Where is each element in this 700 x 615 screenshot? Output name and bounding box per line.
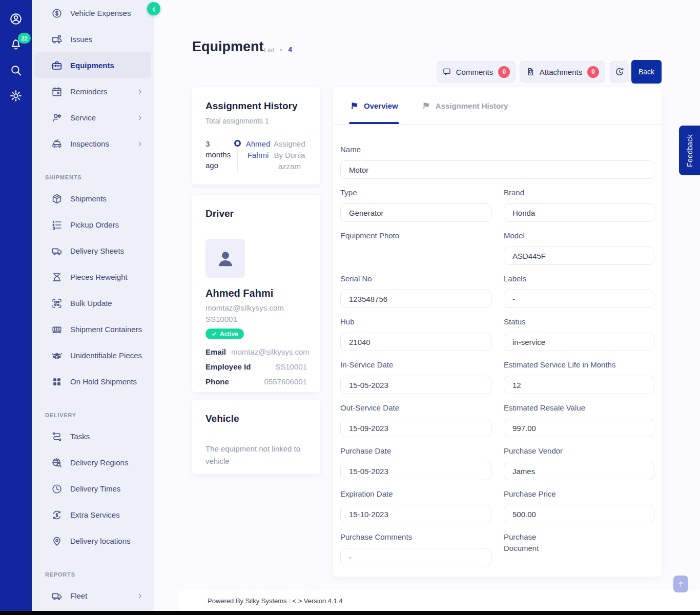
footer-text: Powered By Silky Systems : < > Version 4… xyxy=(208,597,343,605)
refresh-dollar-icon xyxy=(51,509,63,521)
field-serial-no: Serial No123548756 xyxy=(340,273,491,308)
field-value: 15-10-2023 xyxy=(349,510,388,519)
field-value-box[interactable]: - xyxy=(340,548,491,566)
field-value: 15-05-2023 xyxy=(349,381,388,389)
driver-row-label: Email xyxy=(205,347,226,356)
open-box-icon xyxy=(51,350,63,361)
sidebar-item-vehicle-expenses[interactable]: Vehicle Expenses xyxy=(32,0,154,26)
truck-icon xyxy=(51,590,63,602)
field-type: TypeGenerator xyxy=(340,187,491,222)
sidebar-item-equipments[interactable]: Equipments xyxy=(34,52,151,78)
field-value-box[interactable]: Honda xyxy=(504,203,654,222)
sidebar-item-label: Vehicle Expenses xyxy=(70,9,131,17)
field-value-box[interactable]: James xyxy=(504,462,654,480)
scroll-to-top-button[interactable] xyxy=(673,576,688,592)
field-label: In-Service Date xyxy=(340,359,491,371)
driver-name: Ahmed Fahmi xyxy=(205,288,307,299)
field-value-box[interactable]: - xyxy=(504,290,654,308)
app-rail xyxy=(0,0,32,611)
sidebar-item-extra-services[interactable]: Extra Services xyxy=(32,502,154,528)
sidebar-item-issues[interactable]: Issues xyxy=(32,26,154,52)
field-value-box[interactable]: 15-05-2023 xyxy=(340,376,491,394)
driver-row-label: Phone xyxy=(205,377,229,386)
sidebar-item-service[interactable]: Service xyxy=(32,105,154,131)
globe-search-icon xyxy=(51,457,63,468)
field-value-box[interactable]: 123548756 xyxy=(340,290,491,308)
field-value: 997.00 xyxy=(512,424,536,433)
sidebar-item-label: Fleet xyxy=(70,591,87,600)
field-value-box[interactable]: 12 xyxy=(504,376,654,394)
sidebar-item-tasks[interactable]: Tasks xyxy=(32,423,154,449)
sidebar-item-on-hold-shipments[interactable]: On Hold Shipments xyxy=(32,368,154,395)
driver-row-phone: Phone0557606001 xyxy=(205,377,307,386)
sidebar-item-delivery-locations[interactable]: Delivery locations xyxy=(32,528,154,554)
driver-row-email: Emailmomtaz@silkysys.com xyxy=(205,347,307,356)
field-in-service-date: In-Service Date15-05-2023 xyxy=(340,359,491,394)
page-title: Equipment xyxy=(192,39,264,55)
comments-button[interactable]: Comments 0 xyxy=(437,61,516,83)
assignment-history-card: Assignment History Total assignments 1 3… xyxy=(192,87,320,184)
timeline-entry: 3 months agoAhmed FahmiAssigned By Donia… xyxy=(205,138,307,172)
sidebar-item-delivery-times[interactable]: Delivery Times xyxy=(32,476,154,502)
field-value-box[interactable]: 15-05-2023 xyxy=(340,462,491,480)
sidebar-item-shipments[interactable]: Shipments xyxy=(32,186,154,212)
field-label: Model xyxy=(504,230,654,241)
sidebar-item-label: Service xyxy=(70,113,96,122)
field-value: James xyxy=(512,467,535,476)
field-value-box[interactable]: Motor xyxy=(340,160,654,179)
field-equipment-photo: Equipment Photo xyxy=(340,230,491,265)
feedback-label: Feedback xyxy=(686,134,694,167)
field-label: Hub xyxy=(340,316,491,327)
field-value-box[interactable]: 21040 xyxy=(340,333,491,351)
tab-overview[interactable]: Overview xyxy=(350,87,398,124)
field-expiration-date: Expiration Date15-10-2023 xyxy=(340,488,491,523)
field-label: Estimated Resale Value xyxy=(504,402,654,414)
field-label: Purchase Vendor xyxy=(504,445,654,457)
pallet-icon xyxy=(51,376,63,387)
field-value-box[interactable]: 997.00 xyxy=(504,419,654,437)
feedback-tab[interactable]: Feedback xyxy=(679,126,700,175)
sidebar-item-label: Tasks xyxy=(70,432,90,441)
sidebar-item-reminders[interactable]: Reminders xyxy=(32,78,154,105)
timeline-marker xyxy=(231,138,244,172)
sidebar-item-bulk-update[interactable]: Bulk Update xyxy=(32,290,154,316)
attachments-button[interactable]: Attachments 0 xyxy=(520,61,605,83)
tab-assignment-history[interactable]: Assignment History xyxy=(422,87,508,124)
driver-card: Driver Ahmed Fahmi momtaz@silkysys.com S… xyxy=(192,195,320,392)
field-value: ASD445F xyxy=(512,252,546,260)
sidebar-item-inspections[interactable]: Inspections xyxy=(32,131,154,157)
tab-bar: Overview Assignment History xyxy=(333,87,662,125)
sidebar-item-unidentifiable-pieces[interactable]: Unidentifiable Pieces xyxy=(32,342,154,368)
field-value-box[interactable]: 500.00 xyxy=(504,505,654,523)
field-value: Honda xyxy=(512,209,535,217)
field-name: NameMotor xyxy=(340,144,654,179)
field-value-box[interactable]: in-service xyxy=(504,333,654,351)
sidebar-item-label: Shipment Containers xyxy=(70,325,142,334)
assignment-history-title: Assignment History xyxy=(205,100,307,112)
field-label: Purchase Price xyxy=(504,488,654,500)
sidebar-item-pieces-reweight[interactable]: Pieces Reweight xyxy=(32,264,154,290)
sidebar-item-delivery-regions[interactable]: Delivery Regions xyxy=(32,449,154,476)
sidebar-item-pickup-orders[interactable]: Pickup Orders xyxy=(32,212,154,238)
field-value-box[interactable]: 15-10-2023 xyxy=(340,505,491,523)
field-brand: BrandHonda xyxy=(504,187,654,222)
sidebar-item-fleet[interactable]: Fleet xyxy=(32,583,154,609)
sidebar-item-label: Shipments xyxy=(70,194,107,203)
assignment-history-subtitle: Total assignments 1 xyxy=(205,117,307,125)
sidebar-item-shipment-containers[interactable]: Shipment Containers xyxy=(32,316,154,342)
field-label: Serial No xyxy=(340,273,491,284)
status-badge: Active xyxy=(205,329,244,339)
history-button[interactable] xyxy=(610,61,629,83)
search-icon[interactable] xyxy=(9,64,23,77)
sidebar-item-delivery-sheets[interactable]: Delivery Sheets xyxy=(32,238,154,264)
timeline-driver-link[interactable]: Ahmed Fahmi xyxy=(244,138,272,172)
sidebar-item-label: Pickup Orders xyxy=(70,220,119,229)
account-icon[interactable] xyxy=(9,12,23,26)
back-button[interactable]: Back xyxy=(631,60,662,84)
breadcrumb-list[interactable]: List xyxy=(264,46,274,54)
field-value-box[interactable]: 15-09-2023 xyxy=(340,419,491,437)
gear-icon[interactable] xyxy=(9,89,23,102)
sidebar-collapse-button[interactable] xyxy=(147,2,160,15)
field-value-box[interactable]: ASD445F xyxy=(504,247,654,265)
field-value-box[interactable]: Generator xyxy=(340,203,491,222)
